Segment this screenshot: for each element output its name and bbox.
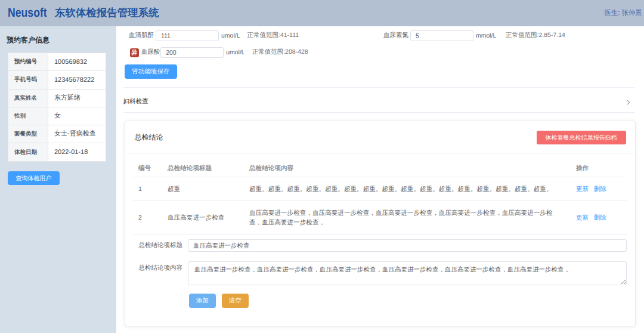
normal-range-label: 正常值范围:2.85-7.14 [506, 32, 565, 40]
clear-button[interactable]: 清空 [222, 294, 249, 308]
field-value: 2022-01-18 [48, 143, 106, 161]
table-row: 体检日期 2022-01-18 [8, 143, 106, 161]
customer-info-table: 预约编号 100569832 手机号码 12345678222 真实姓名 东方延… [8, 53, 106, 162]
table-row: 性别 女 [8, 107, 106, 125]
field-label: 血尿酸 [141, 48, 160, 57]
table-row: 套餐类型 女士-肾病检查 [8, 125, 106, 143]
column-header-operations: 操作 [570, 161, 627, 177]
main-content: 血清肌酐 umol/L 正常值范围:41-111 血尿素氮 mmol/L 正常值… [116, 26, 644, 333]
unit-label: mmol/L [476, 32, 496, 39]
chevron-right-icon [626, 100, 631, 105]
field-value: 100569832 [48, 53, 106, 71]
sidebar-heading: 预约客户信息 [7, 35, 116, 45]
conclusion-content-textarea[interactable]: 血压高要进一步检查，血压高要进一步检查，血压高要进一步检查，血压高要进一步检查，… [188, 261, 627, 285]
archive-report-button[interactable]: 体检套餐总检结果报告归档 [537, 131, 626, 144]
exam-field-row-2: 异 血尿酸 umol/L 正常值范围:208-428 [130, 44, 308, 61]
field-label: 血尿素氮 [383, 32, 408, 40]
column-header-title: 总检结论项标题 [162, 161, 243, 177]
abnormal-badge: 异 [130, 48, 139, 57]
unit-label: umol/L [221, 32, 240, 39]
delete-link[interactable]: 删除 [594, 186, 606, 193]
update-link[interactable]: 更新 [576, 214, 589, 221]
field-label: 血清肌酐 [129, 32, 154, 40]
field-label: 性别 [8, 107, 48, 125]
cell-operations: 更新删除 [570, 177, 627, 201]
exam-field-row-1: 血清肌酐 umol/L 正常值范围:41-111 [129, 27, 299, 44]
gynecology-collapse-header[interactable]: 妇科检查 [123, 87, 636, 113]
brand-logo: Neusoft [8, 6, 48, 20]
conclusion-title-form-item: 总检结论项标题 [139, 239, 627, 252]
column-header-content: 总检结论项内容 [243, 161, 570, 177]
cell-title: 超重 [162, 177, 243, 201]
delete-link[interactable]: 删除 [594, 214, 606, 221]
update-link[interactable]: 更新 [576, 186, 589, 193]
form-label: 总检结论项标题 [139, 242, 184, 250]
field-label: 体检日期 [8, 143, 48, 161]
table-row: 1 超重 超重。超重。超重。超重。超重。超重。超重。超重。超重。超重。超重。超重… [132, 177, 627, 201]
conclusion-title-input[interactable] [188, 239, 627, 252]
cell-operations: 更新删除 [570, 201, 627, 235]
field-label: 手机号码 [8, 71, 48, 89]
sidebar: 预约客户信息 预约编号 100569832 手机号码 12345678222 真… [0, 26, 116, 333]
query-user-button[interactable]: 查询体检用户 [8, 171, 60, 186]
conclusion-content-form-item: 总检结论项内容 血压高要进一步检查，血压高要进一步检查，血压高要进一步检查，血压… [139, 261, 627, 285]
table-row: 手机号码 12345678222 [8, 71, 106, 89]
serum-creatinine-input[interactable] [156, 30, 219, 41]
add-button[interactable]: 添加 [189, 294, 215, 308]
conclusion-table: 编号 总检结论项标题 总检结论项内容 操作 1 超重 超重。超重。超重。超重。超… [132, 161, 627, 236]
field-value: 12345678222 [48, 71, 106, 89]
card-title: 总检结论 [135, 132, 163, 143]
cell-content: 超重。超重。超重。超重。超重。超重。超重。超重。超重。超重。超重。超重。超重。超… [243, 177, 570, 201]
normal-range-label: 正常值范围:208-428 [252, 48, 308, 57]
field-value: 东方延绪 [48, 89, 106, 107]
kidney-function-save-button[interactable]: 肾功能项保存 [125, 64, 177, 79]
table-row: 真实姓名 东方延绪 [8, 89, 106, 107]
cell-title: 血压高要进一步检查 [162, 201, 243, 235]
unit-label: umol/L [226, 49, 245, 56]
doctor-label: 医生: 张仲景 [605, 9, 642, 18]
cell-id: 1 [132, 177, 162, 201]
table-header-row: 编号 总检结论项标题 总检结论项内容 操作 [132, 161, 627, 177]
form-label: 总检结论项内容 [139, 261, 184, 273]
app-title: 东软体检报告管理系统 [55, 6, 159, 20]
conclusion-card: 总检结论 体检套餐总检结果报告归档 编号 总检结论项标题 总检结论项内容 操作 … [125, 121, 636, 327]
app-header: Neusoft 东软体检报告管理系统 医生: 张仲景 [0, 0, 644, 26]
card-header: 总检结论 体检套餐总检结果报告归档 [125, 121, 635, 153]
table-row: 预约编号 100569832 [8, 53, 106, 71]
field-label: 真实姓名 [8, 89, 48, 107]
cell-id: 2 [132, 201, 162, 235]
card-body: 编号 总检结论项标题 总检结论项内容 操作 1 超重 超重。超重。超重。超重。超… [125, 153, 635, 309]
form-buttons: 添加 清空 [189, 294, 627, 308]
blood-urea-nitrogen-input[interactable] [410, 30, 473, 41]
field-value: 女士-肾病检查 [48, 125, 106, 143]
normal-range-label: 正常值范围:41-111 [247, 32, 299, 40]
field-label: 套餐类型 [8, 125, 48, 143]
field-value: 女 [48, 107, 106, 125]
column-header-id: 编号 [132, 161, 162, 177]
field-label: 预约编号 [8, 53, 48, 71]
blood-uric-acid-input[interactable] [160, 47, 224, 58]
table-row: 2 血压高要进一步检查 血压高要进一步检查，血压高要进一步检查，血压高要进一步检… [132, 201, 627, 235]
cell-content: 血压高要进一步检查，血压高要进一步检查，血压高要进一步检查，血压高要进一步检查，… [243, 201, 570, 235]
exam-field-col-2: 血尿素氮 mmol/L 正常值范围:2.85-7.14 [383, 27, 565, 44]
collapse-title: 妇科检查 [123, 98, 148, 106]
